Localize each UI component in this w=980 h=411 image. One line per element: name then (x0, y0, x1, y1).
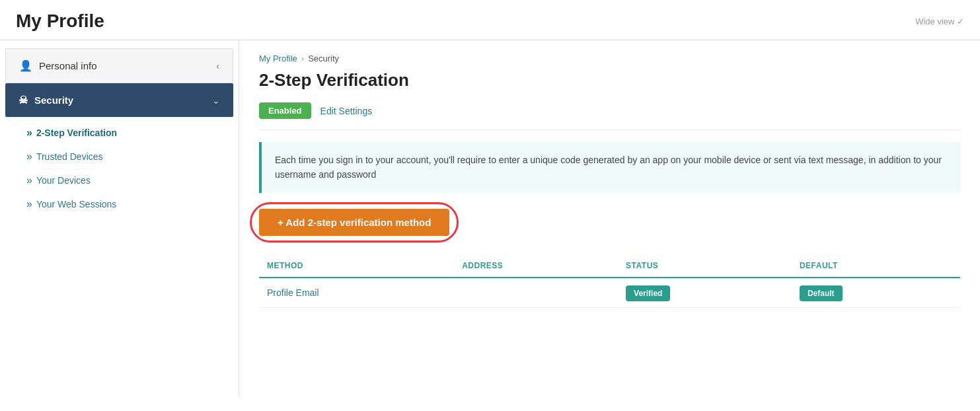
sidebar-label-security: Security (34, 94, 73, 106)
sidebar-sub-label-trusted: Trusted Devices (36, 151, 103, 162)
col-status: STATUS (618, 254, 792, 278)
verified-badge: Verified (626, 285, 670, 301)
sidebar-item-trusted-devices[interactable]: » Trusted Devices (0, 145, 239, 168)
sidebar-item-security[interactable]: ☠ Security ⌄ (5, 83, 233, 117)
sidebar-item-2step[interactable]: » 2-Step Verification (0, 121, 239, 145)
edit-settings-link[interactable]: Edit Settings (320, 106, 373, 116)
status-row: Enabled Edit Settings (259, 102, 960, 130)
sidebar-sub-label-sessions: Your Web Sessions (36, 199, 116, 209)
table-body: Profile Email Verified Default (259, 278, 960, 308)
col-address: ADDRESS (454, 254, 618, 278)
main-content: My Profile › Security 2-Step Verificatio… (239, 40, 980, 397)
page-header: My Profile Wide view ✓ (0, 0, 980, 40)
table-cell-method: Profile Email (259, 278, 454, 308)
info-text: Each time you sign in to your account, y… (275, 155, 942, 180)
table-header: METHOD ADDRESS STATUS DEFAULT (259, 254, 960, 278)
sidebar: 👤 Personal info ‹ ☠ Security ⌄ » 2-Step … (0, 40, 239, 397)
info-box: Each time you sign in to your account, y… (259, 142, 960, 193)
shield-icon: ☠ (19, 94, 28, 106)
table-row: Profile Email Verified Default (259, 278, 960, 308)
sidebar-item-your-devices[interactable]: » Your Devices (0, 168, 239, 192)
methods-table: METHOD ADDRESS STATUS DEFAULT Profile Em… (259, 254, 960, 308)
table-cell-default: Default (792, 278, 960, 308)
sidebar-sub-label-devices: Your Devices (36, 175, 91, 186)
bullet-icon: » (26, 128, 32, 138)
bullet-icon: » (26, 151, 32, 162)
sidebar-label-personal-info: Personal info (39, 60, 97, 71)
col-method: METHOD (259, 254, 454, 278)
sidebar-sub-items: » 2-Step Verification » Trusted Devices … (0, 117, 239, 220)
page-title: My Profile (16, 11, 104, 32)
breadcrumb: My Profile › Security (259, 54, 960, 63)
sidebar-sub-label-2step: 2-Step Verification (36, 128, 117, 138)
person-icon: 👤 (19, 59, 32, 72)
enabled-badge: Enabled (259, 102, 311, 119)
default-badge: Default (800, 285, 843, 301)
col-default: DEFAULT (792, 254, 960, 278)
chevron-right-icon: ‹ (216, 61, 219, 71)
section-title: 2-Step Verification (259, 70, 960, 91)
main-layout: 👤 Personal info ‹ ☠ Security ⌄ » 2-Step … (0, 40, 980, 397)
bullet-icon: » (26, 199, 32, 209)
method-name-link[interactable]: Profile Email (267, 287, 319, 298)
wide-view-link[interactable]: Wide view ✓ (915, 17, 964, 26)
breadcrumb-current: Security (308, 54, 339, 63)
chevron-down-icon: ⌄ (212, 95, 220, 106)
breadcrumb-parent-link[interactable]: My Profile (259, 54, 297, 63)
table-cell-address (454, 278, 618, 308)
table-cell-status: Verified (618, 278, 792, 308)
add-method-wrapper: + Add 2-step verification method (259, 209, 449, 236)
add-method-button[interactable]: + Add 2-step verification method (259, 209, 449, 236)
breadcrumb-separator: › (301, 54, 304, 63)
sidebar-item-web-sessions[interactable]: » Your Web Sessions (0, 192, 239, 216)
sidebar-item-personal-info[interactable]: 👤 Personal info ‹ (5, 48, 233, 83)
bullet-icon: » (26, 175, 32, 186)
